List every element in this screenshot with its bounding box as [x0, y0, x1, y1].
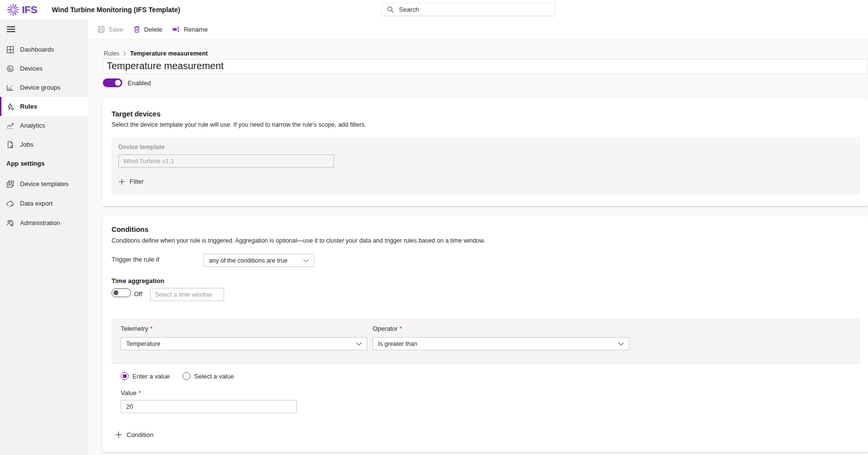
sidebar-item-analytics[interactable]: Analytics — [0, 116, 88, 135]
sidebar-item-administration[interactable]: Administration — [0, 213, 88, 232]
dashboards-icon — [6, 46, 14, 54]
sidebar-section-app-settings: App settings — [6, 160, 45, 167]
sidebar-item-label: Dashboards — [20, 46, 54, 53]
conditions-description: Conditions define when your rule is trig… — [112, 237, 485, 244]
chevron-down-icon — [303, 259, 309, 263]
app-title: Wind Turbine Monitoring (IFS Template) — [52, 6, 180, 14]
administration-icon — [6, 219, 14, 227]
sidebar-item-devices[interactable]: Devices — [0, 59, 88, 78]
condition-fields: Telemetry* Temperature Operator* Is grea… — [112, 318, 860, 364]
sidebar-item-label: Data export — [20, 200, 53, 207]
plus-icon — [115, 431, 122, 438]
add-filter-button[interactable]: Filter — [118, 178, 144, 185]
sidebar-item-device-groups[interactable]: Device groups — [0, 78, 88, 97]
sidebar-item-label: Device groups — [20, 84, 60, 91]
sidebar-item-label: Device templates — [20, 180, 69, 188]
sidebar-item-dashboards[interactable]: Dashboards — [0, 40, 88, 59]
device-template-panel: Device template Filter — [112, 137, 860, 194]
enter-value-radio[interactable]: Enter a value — [121, 372, 170, 380]
operator-value: Is greater than — [378, 341, 417, 347]
search-input[interactable] — [398, 5, 555, 14]
rename-label: Rename — [184, 26, 208, 33]
sidebar-item-data-export[interactable]: Data export — [0, 194, 88, 213]
select-value-radio[interactable]: Select a value — [183, 372, 234, 380]
rename-button[interactable]: Rename — [167, 23, 212, 36]
brand-name: IFS — [22, 4, 37, 16]
time-window-dropdown: Select a time window — [150, 288, 224, 301]
device-templates-icon — [6, 180, 14, 188]
sidebar-item-rules[interactable]: Rules — [0, 97, 88, 116]
conditions-title: Conditions — [112, 226, 149, 233]
delete-icon — [133, 25, 141, 33]
ifs-logo-icon — [6, 2, 20, 17]
search-box[interactable] — [381, 3, 555, 16]
sidebar-item-label: Devices — [20, 65, 42, 72]
value-label: Value* — [121, 389, 141, 397]
required-asterisk: * — [138, 389, 141, 397]
breadcrumb-current: Temperature measurement — [130, 50, 208, 57]
delete-label: Delete — [144, 26, 163, 33]
device-template-input — [118, 154, 334, 168]
telemetry-label: Telemetry* — [121, 325, 152, 332]
select-value-label: Select a value — [194, 373, 234, 380]
breadcrumb: Rules Temperature measurement — [104, 50, 208, 57]
save-label: Save — [109, 26, 123, 33]
sidebar-item-device-templates[interactable]: Device templates — [0, 174, 88, 193]
add-condition-label: Condition — [127, 431, 153, 438]
time-aggregation-label: Time aggregation — [112, 277, 164, 284]
sidebar-item-label: Rules — [20, 103, 37, 110]
target-devices-card: Target devices Select the device templat… — [103, 98, 868, 206]
radio-selected-icon — [121, 372, 129, 380]
analytics-icon — [6, 122, 14, 130]
menu-toggle-button[interactable] — [5, 23, 17, 34]
jobs-icon — [6, 141, 14, 149]
save-icon — [97, 25, 105, 33]
value-mode-radio-group: Enter a value Select a value — [121, 372, 234, 380]
time-aggregation-state: Off — [134, 290, 142, 298]
page-toolbar: Save Delete Rename — [88, 19, 868, 39]
device-groups-icon — [6, 84, 14, 92]
radio-unselected-icon — [183, 372, 190, 380]
required-asterisk: * — [150, 325, 152, 332]
rule-name-input[interactable] — [103, 59, 868, 74]
data-export-icon — [6, 200, 14, 208]
telemetry-dropdown[interactable]: Temperature — [121, 337, 367, 350]
sidebar-item-label: Administration — [20, 219, 60, 227]
enabled-label: Enabled — [128, 79, 151, 87]
value-input[interactable] — [121, 400, 297, 413]
trigger-condition-dropdown[interactable]: any of the conditions are true — [204, 254, 314, 267]
trigger-rule-label: Trigger the rule if — [112, 256, 159, 263]
conditions-card: Conditions Conditions define when your r… — [103, 216, 868, 452]
required-asterisk: * — [399, 325, 402, 332]
delete-button[interactable]: Delete — [128, 23, 168, 36]
target-devices-title: Target devices — [112, 110, 160, 118]
breadcrumb-separator-icon — [123, 51, 127, 56]
operator-dropdown[interactable]: Is greater than — [373, 337, 629, 350]
device-template-label: Device template — [118, 144, 165, 151]
operator-label: Operator* — [373, 325, 402, 332]
telemetry-value: Temperature — [126, 341, 160, 347]
plus-icon — [118, 178, 125, 185]
top-app-bar: IFS Wind Turbine Monitoring (IFS Templat… — [0, 0, 868, 19]
enter-value-label: Enter a value — [132, 373, 170, 380]
condition-block: Telemetry* Temperature Operator* Is grea… — [112, 318, 860, 423]
sidebar-item-label: Analytics — [20, 122, 45, 129]
time-window-placeholder: Select a time window — [155, 291, 212, 298]
chevron-down-icon — [618, 342, 624, 346]
sidebar-item-jobs[interactable]: Jobs — [0, 135, 88, 154]
rename-icon — [172, 25, 180, 33]
trigger-condition-value: any of the conditions are true — [209, 257, 287, 264]
time-aggregation-toggle[interactable] — [112, 288, 131, 297]
enabled-row: Enabled — [103, 78, 151, 87]
save-button[interactable]: Save — [93, 23, 128, 36]
add-condition-button[interactable]: Condition — [115, 431, 153, 438]
sidebar: Dashboards Devices Device groups Rules A… — [0, 19, 88, 455]
enabled-toggle[interactable] — [103, 78, 122, 87]
main-content: Rules Temperature measurement Enabled Ta… — [88, 39, 868, 455]
app-logo[interactable]: IFS — [6, 2, 37, 17]
add-filter-label: Filter — [130, 178, 144, 185]
rules-icon — [6, 103, 14, 111]
target-devices-description: Select the device template your rule wil… — [112, 121, 366, 128]
breadcrumb-rules-link[interactable]: Rules — [104, 50, 119, 57]
search-icon — [387, 6, 394, 13]
